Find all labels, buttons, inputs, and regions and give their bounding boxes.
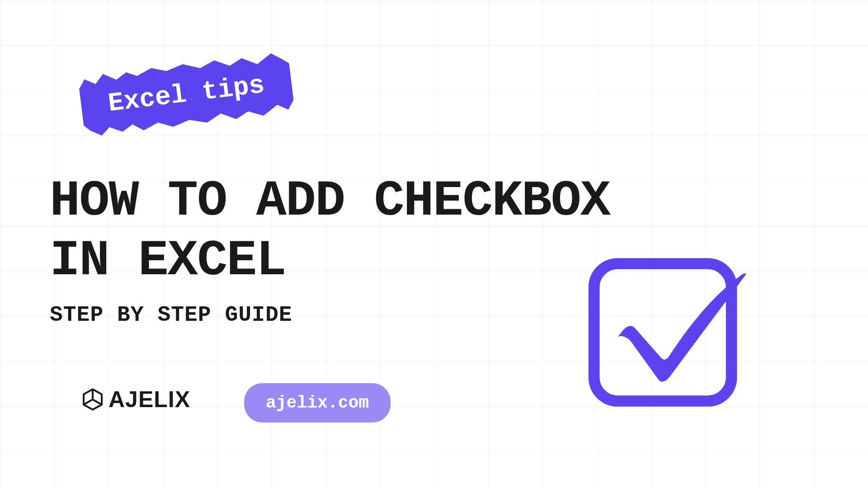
title-line-1: HOW TO ADD CHECKBOX [50,172,610,231]
content-wrapper: Excel tips HOW TO ADD CHECKBOX IN EXCEL … [0,0,868,488]
category-tape-label: Excel tips [78,51,295,137]
brand-logo: AJELIX [81,386,190,413]
url-text: ajelix.com [266,393,369,413]
brand-name: AJELIX [108,386,190,413]
svg-line-2 [84,399,93,405]
category-text: Excel tips [107,70,266,119]
subtitle: STEP BY STEP GUIDE [50,303,292,327]
title-line-2: IN EXCEL [50,231,610,291]
svg-line-3 [93,399,102,405]
main-title: HOW TO ADD CHECKBOX IN EXCEL [50,172,610,291]
checkbox-checked-icon [585,251,757,422]
hexagon-logo-icon [81,388,104,411]
url-pill: ajelix.com [244,383,391,422]
